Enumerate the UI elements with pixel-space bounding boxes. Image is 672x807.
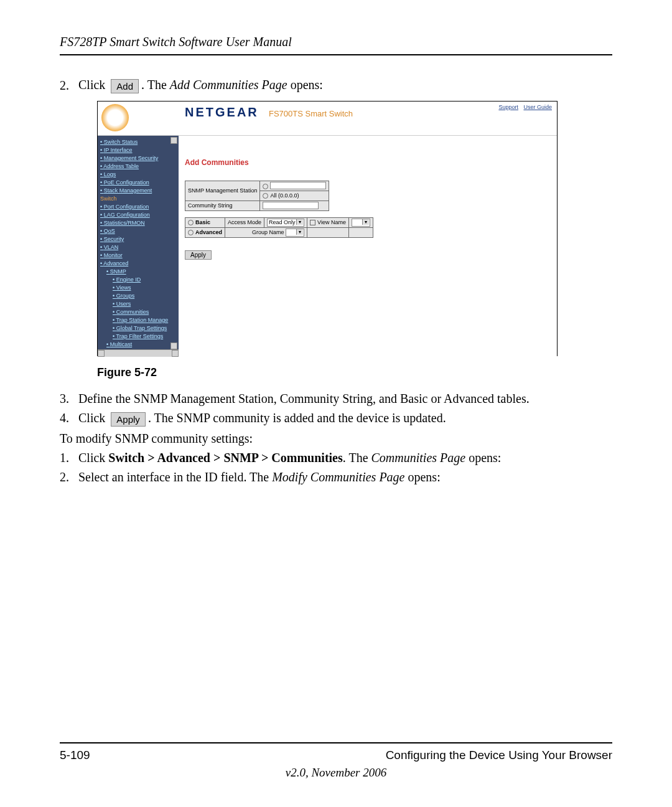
t: Add Communities Page — [170, 78, 287, 92]
t: opens: — [287, 78, 323, 92]
t: . The — [141, 78, 170, 92]
community-string-input[interactable] — [263, 202, 319, 209]
t: opens: — [465, 451, 501, 465]
nav-poe[interactable]: PoE Configuration — [100, 179, 176, 187]
radio-station-ip[interactable] — [263, 184, 268, 189]
screenshot-content: Add Communities SNMP Management Station … — [179, 136, 557, 357]
step-3: 3. Define the SNMP Management Station, C… — [78, 392, 612, 406]
doc-header-title: FS728TP Smart Switch Software User Manua… — [60, 35, 612, 49]
add-button-inline: Add — [111, 79, 139, 93]
nav-mgmt-security[interactable]: Management Security — [100, 154, 176, 163]
product-name: FS700TS Smart Switch — [269, 109, 353, 118]
step-number: 2. — [60, 470, 75, 484]
step-4: 4. Click Apply. The SNMP community is ad… — [78, 411, 612, 427]
t: . The SNMP community is added and the de… — [148, 411, 446, 425]
step-text: Click Apply. The SNMP community is added… — [78, 411, 446, 425]
header-rule — [60, 54, 612, 55]
nav-ip-interface[interactable]: IP Interface — [100, 146, 176, 154]
access-mode-select[interactable]: Read Only — [267, 219, 304, 227]
scroll-down-icon[interactable] — [170, 342, 177, 349]
t: Switch > Advanced > SNMP > Communities — [108, 451, 342, 465]
form-table-2: Basic Access Mode Read Only View Name Ad… — [185, 217, 373, 238]
t: opens: — [404, 470, 440, 484]
nav-trap-filter[interactable]: Trap Filter Settings — [100, 333, 176, 341]
scroll-right-icon[interactable] — [172, 350, 179, 357]
nav-address-table[interactable]: Address Table — [100, 163, 176, 171]
t: Modify Communities Page — [272, 470, 404, 484]
nav-stack[interactable]: Stack Management — [100, 187, 176, 195]
screenshot-header: NETGEAR FS700TS Smart Switch Support Use… — [98, 101, 557, 136]
nav-logs[interactable]: Logs — [100, 171, 176, 179]
step-number: 3. — [60, 392, 75, 406]
support-link[interactable]: Support — [498, 104, 518, 110]
radio-all-label: All (0.0.0.0) — [270, 192, 299, 199]
apply-button[interactable]: Apply — [185, 250, 212, 260]
nav-vlan[interactable]: VLAN — [100, 243, 176, 252]
brand-text: NETGEAR — [185, 105, 259, 120]
footer-page: 5-109 — [60, 748, 90, 762]
radio-station-all[interactable] — [263, 193, 268, 199]
nav-users[interactable]: Users — [100, 300, 176, 308]
nav-global-trap[interactable]: Global Trap Settings — [100, 324, 176, 333]
nav-advanced[interactable]: Advanced — [100, 260, 176, 268]
screenshot: NETGEAR FS700TS Smart Switch Support Use… — [97, 101, 558, 356]
nav-switch-status[interactable]: Switch Status — [100, 138, 176, 146]
nav-switch-head: Switch — [100, 195, 176, 203]
t: Communities Page — [371, 451, 466, 465]
nav-groups[interactable]: Groups — [100, 292, 176, 300]
lbl-snmp-station: SNMP Management Station — [185, 181, 260, 201]
hscroll-bar[interactable] — [98, 349, 179, 357]
footer-section: Configuring the Device Using Your Browse… — [386, 748, 612, 762]
step-number: 2. — [60, 78, 78, 93]
radio-basic[interactable] — [188, 220, 194, 225]
user-guide-link[interactable]: User Guide — [523, 104, 552, 110]
t: Click — [78, 78, 105, 92]
step-number: 1. — [60, 451, 75, 465]
radio-basic-label: Basic — [195, 219, 210, 225]
step-text: Click Add. The Add Communities Page open… — [78, 78, 323, 93]
group-name-select[interactable] — [286, 229, 304, 237]
t: . The — [343, 451, 371, 465]
view-name-check[interactable] — [310, 220, 315, 225]
steps-mid: 3. Define the SNMP Management Station, C… — [60, 392, 612, 427]
nav-port-cfg[interactable]: Port Configuration — [100, 203, 176, 211]
view-name-select[interactable] — [352, 219, 370, 227]
footer: 5-109 Configuring the Device Using Your … — [60, 742, 612, 780]
netgear-logo-icon — [101, 104, 129, 131]
content-title: Add Communities — [185, 158, 551, 167]
footer-rule — [60, 742, 612, 743]
nav-snmp[interactable]: SNMP — [100, 268, 176, 276]
nav-communities[interactable]: Communities — [100, 308, 176, 316]
nav-trap-station[interactable]: Trap Station Manage — [100, 316, 176, 324]
step-b1: 1. Click Switch > Advanced > SNMP > Comm… — [78, 451, 612, 465]
para-modify: To modify SNMP community settings: — [60, 432, 612, 446]
step-text: Define the SNMP Management Station, Comm… — [78, 392, 530, 405]
nav-lag-cfg[interactable]: LAG Configuration — [100, 211, 176, 219]
step-number: 4. — [60, 411, 75, 425]
step-text: Click Switch > Advanced > SNMP > Communi… — [78, 451, 501, 465]
nav-engine-id[interactable]: Engine ID — [100, 276, 176, 284]
view-name-label: View Name — [317, 219, 346, 225]
nav-qos[interactable]: QoS — [100, 227, 176, 235]
nav-monitor[interactable]: Monitor — [100, 252, 176, 260]
step-b2: 2. Select an interface in the ID field. … — [78, 470, 612, 484]
step-text: Select an interface in the ID field. The… — [78, 470, 441, 484]
figure-wrap: NETGEAR FS700TS Smart Switch Support Use… — [97, 101, 612, 356]
radio-advanced-label: Advanced — [195, 229, 222, 235]
radio-advanced[interactable] — [188, 230, 194, 235]
steps-bottom: 1. Click Switch > Advanced > SNMP > Comm… — [60, 451, 612, 484]
t: Select an interface in the ID field. The — [78, 470, 272, 484]
nav-views[interactable]: Views — [100, 284, 176, 292]
nav-sidebar: Switch Status IP Interface Management Se… — [98, 136, 179, 357]
scroll-left-icon[interactable] — [98, 350, 105, 357]
step-2-top: 2. Click Add. The Add Communities Page o… — [60, 78, 612, 93]
nav-security[interactable]: Security — [100, 235, 176, 243]
station-ip-input[interactable] — [270, 182, 326, 189]
t: Click — [78, 411, 105, 425]
lbl-access-mode: Access Mode — [225, 217, 264, 227]
figure-caption: Figure 5-72 — [97, 366, 612, 379]
t: Click — [78, 451, 108, 465]
nav-multicast[interactable]: Multicast — [100, 341, 176, 349]
scroll-up-icon[interactable] — [170, 137, 177, 144]
nav-stats-rmon[interactable]: Statistics/RMON — [100, 219, 176, 227]
